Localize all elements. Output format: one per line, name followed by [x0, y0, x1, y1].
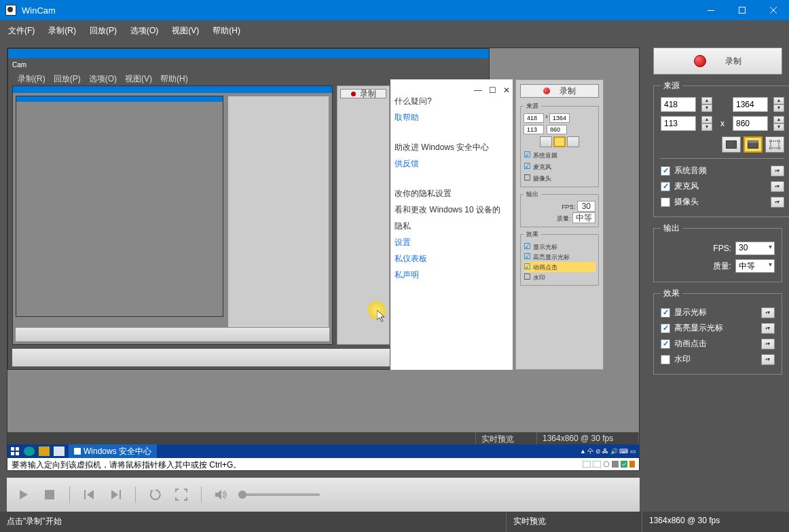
- svg-rect-7: [593, 461, 601, 468]
- source-x-separator: x: [718, 119, 727, 128]
- stop-button[interactable]: [41, 486, 58, 504]
- status-left: 点击"录制"开始: [0, 512, 507, 532]
- app-icon: [5, 5, 16, 16]
- mic-label: 麦克风: [674, 180, 767, 192]
- highlight-options[interactable]: ▪▾: [761, 323, 775, 334]
- cursor-label: 显示光标: [674, 307, 757, 318]
- effects-group: 效果 ✓ 显示光标 ▪▾ ✓ 高亮显示光标 ▪▾ ✓ 动画点击 ▪▾ 水印 ▪▾: [653, 288, 782, 375]
- svg-rect-3: [16, 447, 19, 451]
- highlight-checkbox[interactable]: ✓: [661, 324, 670, 333]
- cursor-checkbox[interactable]: ✓: [661, 308, 670, 318]
- source-group: 来源 ▲▼ x ▲▼ ▲▼ x ▲▼ ✓: [653, 80, 789, 217]
- prev-button[interactable]: [81, 486, 98, 504]
- svg-rect-14: [727, 141, 737, 149]
- play-button[interactable]: [15, 486, 33, 504]
- svg-rect-17: [771, 141, 779, 148]
- camera-options[interactable]: ▪▾: [771, 197, 784, 208]
- status-right: 1364x860 @ 30 fps: [642, 512, 789, 532]
- source-y2-spinner[interactable]: ▲▼: [773, 116, 784, 131]
- mode-region-button[interactable]: [765, 136, 784, 153]
- click-checkbox[interactable]: ✓: [661, 339, 670, 349]
- source-y1-input[interactable]: [661, 116, 696, 131]
- menu-file[interactable]: 文件(F): [8, 25, 35, 37]
- maximize-button[interactable]: [727, 0, 758, 20]
- titlebar: WinCam: [0, 0, 789, 20]
- statusbar: 点击"录制"开始 实时预览 1364x860 @ 30 fps: [0, 512, 789, 532]
- preview-inner-statusbar: 实时预览 1364x860 @ 30 fps: [7, 432, 639, 444]
- svg-rect-1: [739, 7, 746, 14]
- click-options[interactable]: ▪▾: [761, 339, 775, 349]
- svg-rect-6: [583, 461, 591, 468]
- source-y1-spinner[interactable]: ▲▼: [701, 116, 712, 131]
- source-x1-input[interactable]: [661, 97, 696, 112]
- source-legend: 来源: [661, 80, 682, 92]
- preview-vm-hint: 要将输入定向到该虚拟机，请将鼠标指针移入其中或按 Ctrl+G。: [7, 458, 639, 470]
- svg-rect-10: [621, 461, 627, 468]
- svg-rect-2: [11, 447, 14, 451]
- next-button[interactable]: [107, 486, 124, 504]
- preview-canvas[interactable]: Cam 录制(R)回放(P)选项(O)视图(V)帮助(H): [7, 48, 640, 471]
- system-audio-label: 系统音频: [674, 165, 767, 176]
- volume-slider[interactable]: [238, 493, 320, 496]
- svg-rect-11: [45, 490, 54, 499]
- quality-label: 质量:: [713, 261, 731, 272]
- camera-checkbox[interactable]: [661, 197, 670, 207]
- output-group: 输出 FPS: 30 质量: 中等: [653, 223, 782, 282]
- effects-legend: 效果: [661, 288, 682, 299]
- watermark-label: 水印: [674, 354, 757, 365]
- click-label: 动画点击: [674, 338, 757, 349]
- svg-rect-12: [84, 490, 86, 499]
- svg-rect-16: [748, 141, 758, 143]
- playback-controls: [7, 478, 640, 512]
- record-icon: [694, 55, 706, 67]
- mode-fullscreen-button[interactable]: [722, 136, 741, 153]
- fps-select[interactable]: 30: [735, 242, 775, 255]
- volume-icon[interactable]: [213, 486, 230, 504]
- fullscreen-button[interactable]: [172, 486, 190, 504]
- window-controls: [695, 0, 789, 20]
- window-title: WinCam: [22, 5, 695, 16]
- menu-help[interactable]: 帮助(H): [213, 25, 240, 37]
- mode-window-button[interactable]: [744, 136, 763, 153]
- watermark-options[interactable]: ▪▾: [761, 354, 775, 365]
- record-label: 录制: [725, 56, 741, 67]
- source-y2-input[interactable]: [733, 116, 768, 131]
- loop-button[interactable]: [147, 486, 164, 504]
- mic-options[interactable]: ▪▾: [771, 181, 784, 192]
- svg-rect-5: [16, 452, 19, 455]
- svg-rect-0: [708, 10, 714, 11]
- side-panel: 录制 来源 ▲▼ x ▲▼ ▲▼ x ▲▼: [646, 41, 789, 512]
- menu-view[interactable]: 视图(V): [172, 25, 199, 37]
- preview-area: Cam 录制(R)回放(P)选项(O)视图(V)帮助(H): [0, 41, 646, 512]
- watermark-checkbox[interactable]: [661, 355, 670, 364]
- menubar: 文件(F) 录制(R) 回放(P) 选项(O) 视图(V) 帮助(H): [0, 20, 789, 41]
- minimize-button[interactable]: [695, 0, 727, 20]
- status-mid: 实时预览: [507, 512, 642, 532]
- svg-point-8: [604, 461, 609, 467]
- fps-label: FPS:: [713, 244, 731, 253]
- svg-rect-13: [120, 490, 121, 499]
- source-x1-spinner[interactable]: ▲▼: [701, 97, 712, 112]
- cursor-options[interactable]: ▪▾: [761, 307, 775, 318]
- menu-playback[interactable]: 回放(P): [90, 25, 117, 37]
- close-button[interactable]: [758, 0, 789, 20]
- system-audio-checkbox[interactable]: ✓: [661, 166, 670, 176]
- mic-checkbox[interactable]: ✓: [661, 182, 670, 191]
- quality-select[interactable]: 中等: [735, 259, 775, 273]
- menu-options[interactable]: 选项(O): [130, 25, 158, 37]
- svg-rect-4: [11, 452, 14, 455]
- camera-label: 摄像头: [674, 196, 767, 208]
- menu-record[interactable]: 录制(R): [48, 25, 76, 37]
- output-legend: 输出: [661, 223, 682, 234]
- system-audio-options[interactable]: ▪▾: [771, 166, 784, 176]
- preview-taskbar: Windows 安全中心 ▲ 㐃 ⊘ 🖧 🔊 ⌨ ▭: [7, 444, 639, 458]
- svg-rect-9: [612, 461, 619, 468]
- source-x2-input[interactable]: [733, 97, 768, 112]
- record-button[interactable]: 录制: [653, 48, 782, 75]
- source-x2-spinner[interactable]: ▲▼: [773, 97, 784, 112]
- highlight-label: 高亮显示光标: [674, 322, 757, 334]
